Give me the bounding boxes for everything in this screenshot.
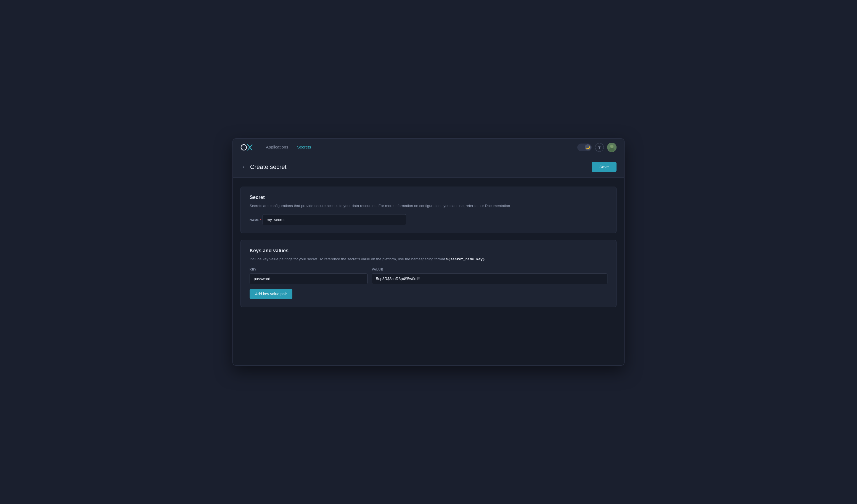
nav-links: Applications Secrets xyxy=(262,138,577,156)
page-header: ‹ Create secret Save xyxy=(233,156,624,178)
moon-icon: 🌙 xyxy=(586,146,590,149)
theme-toggle-button[interactable]: 🌙 xyxy=(577,144,592,151)
kv-key-input[interactable] xyxy=(250,273,368,284)
kv-format-code: ${secret_name.key} xyxy=(446,257,485,262)
kv-key-header: KEY xyxy=(250,268,368,271)
page-header-left: ‹ Create secret xyxy=(240,163,287,171)
required-star: * xyxy=(260,218,262,222)
name-field-label: NAME* xyxy=(250,218,263,222)
kv-card: Keys and values Include key value pairin… xyxy=(240,240,617,307)
svg-point-4 xyxy=(610,145,614,148)
logo xyxy=(240,144,253,151)
secret-card-title: Secret xyxy=(250,195,607,200)
logo-svg xyxy=(240,144,253,151)
kv-value-input[interactable] xyxy=(372,273,607,284)
theme-toggle-knob: 🌙 xyxy=(585,144,591,150)
kv-card-description: Include key value pairings for your secr… xyxy=(250,256,607,262)
secret-name-input[interactable] xyxy=(263,214,406,225)
secret-card: Secret Secrets are configurations that p… xyxy=(240,187,617,233)
main-content: Secret Secrets are configurations that p… xyxy=(233,178,624,366)
kv-value-col xyxy=(372,273,607,284)
kv-row xyxy=(250,273,607,284)
svg-point-5 xyxy=(609,148,615,152)
nav-bar: Applications Secrets 🌙 ? xyxy=(233,138,624,156)
add-key-value-pair-button[interactable]: Add key value pair xyxy=(250,289,292,299)
kv-card-title: Keys and values xyxy=(250,248,607,254)
secret-card-description: Secrets are configurations that provide … xyxy=(250,203,607,209)
page-title: Create secret xyxy=(250,163,287,171)
app-window: Applications Secrets 🌙 ? ‹ Create sec xyxy=(233,138,624,366)
avatar-image xyxy=(607,143,617,152)
back-button[interactable]: ‹ xyxy=(240,163,247,171)
save-button[interactable]: Save xyxy=(592,162,617,172)
avatar[interactable] xyxy=(607,143,617,152)
kv-key-col xyxy=(250,273,368,284)
svg-point-0 xyxy=(241,145,247,150)
help-button[interactable]: ? xyxy=(595,143,604,152)
kv-value-header: VALUE xyxy=(372,268,607,271)
kv-headers: KEY VALUE xyxy=(250,268,607,271)
nav-right: 🌙 ? xyxy=(577,143,617,152)
name-field-group: NAME* xyxy=(250,214,607,225)
nav-link-secrets[interactable]: Secrets xyxy=(293,138,316,156)
nav-link-applications[interactable]: Applications xyxy=(262,138,293,156)
